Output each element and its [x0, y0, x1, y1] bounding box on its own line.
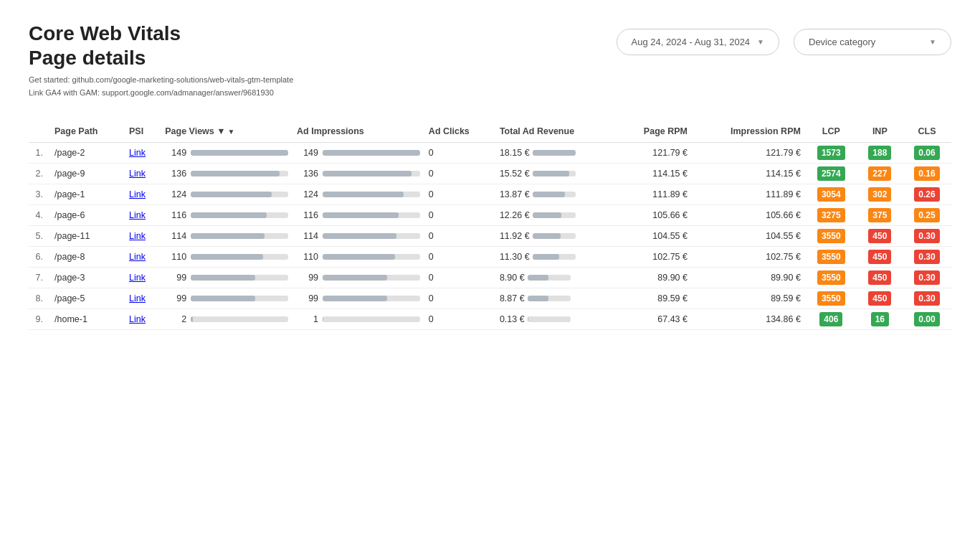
row-page-rpm: 89.90 €	[617, 268, 692, 288]
row-inp: 450	[857, 288, 903, 309]
col-page-rpm: Page RPM	[617, 121, 692, 143]
row-page-rpm: 67.43 €	[617, 309, 692, 330]
table-row: 8. /page-5 Link 99 99 0 8.87 € 89.59 € 8…	[29, 288, 951, 309]
row-page-views: 149	[161, 143, 292, 164]
row-cls: 0.16	[903, 164, 951, 184]
data-table: Page Path PSI Page Views ▼ Ad Impression…	[29, 121, 951, 330]
row-cls: 0.30	[903, 268, 951, 288]
row-psi[interactable]: Link	[125, 309, 161, 330]
row-lcp: 406	[805, 309, 857, 330]
table-row: 1. /page-2 Link 149 149 0 18.15 € 121.79…	[29, 143, 951, 164]
col-total-revenue: Total Ad Revenue	[495, 121, 617, 143]
row-inp: 450	[857, 268, 903, 288]
row-total-revenue: 11.92 €	[495, 226, 617, 247]
row-inp: 227	[857, 164, 903, 184]
row-ad-clicks: 0	[424, 164, 495, 184]
row-psi[interactable]: Link	[125, 268, 161, 288]
table-row: 6. /page-8 Link 110 110 0 11.30 € 102.75…	[29, 247, 951, 268]
row-ad-clicks: 0	[424, 247, 495, 268]
device-filter-arrow-icon: ▼	[929, 38, 936, 46]
row-ad-impressions: 1	[292, 309, 424, 330]
row-page-views: 116	[161, 205, 292, 226]
row-ad-impressions: 99	[292, 288, 424, 309]
row-ad-clicks: 0	[424, 184, 495, 205]
row-psi[interactable]: Link	[125, 288, 161, 309]
col-lcp: LCP	[805, 121, 857, 143]
row-imp-rpm: 121.79 €	[692, 143, 805, 164]
row-inp: 302	[857, 184, 903, 205]
table-row: 9. /home-1 Link 2 1 0 0.13 € 67.43 € 134…	[29, 309, 951, 330]
row-ad-impressions: 110	[292, 247, 424, 268]
row-imp-rpm: 89.59 €	[692, 288, 805, 309]
row-cls: 0.26	[903, 184, 951, 205]
col-ad-impressions: Ad Impressions	[292, 121, 424, 143]
row-imp-rpm: 134.86 €	[692, 309, 805, 330]
row-page-views: 114	[161, 226, 292, 247]
row-path: /page-1	[50, 184, 125, 205]
row-total-revenue: 13.87 €	[495, 184, 617, 205]
col-ad-clicks: Ad Clicks	[424, 121, 495, 143]
row-lcp: 3550	[805, 288, 857, 309]
row-path: /page-6	[50, 205, 125, 226]
row-inp: 375	[857, 205, 903, 226]
row-total-revenue: 11.30 €	[495, 247, 617, 268]
row-page-rpm: 121.79 €	[617, 143, 692, 164]
date-filter[interactable]: Aug 24, 2024 - Aug 31, 2024 ▼	[617, 29, 779, 55]
row-ad-clicks: 0	[424, 143, 495, 164]
row-page-rpm: 102.75 €	[617, 247, 692, 268]
row-psi[interactable]: Link	[125, 226, 161, 247]
row-ad-clicks: 0	[424, 288, 495, 309]
row-ad-impressions: 114	[292, 226, 424, 247]
row-psi[interactable]: Link	[125, 164, 161, 184]
row-number: 1.	[29, 143, 50, 164]
row-lcp: 3275	[805, 205, 857, 226]
row-number: 3.	[29, 184, 50, 205]
row-ad-impressions: 99	[292, 268, 424, 288]
row-page-rpm: 89.59 €	[617, 288, 692, 309]
row-number: 5.	[29, 226, 50, 247]
row-path: /page-3	[50, 268, 125, 288]
date-filter-label: Aug 24, 2024 - Aug 31, 2024	[632, 37, 751, 47]
row-lcp: 2574	[805, 164, 857, 184]
col-cls: CLS	[903, 121, 951, 143]
device-filter-label: Device category	[809, 37, 875, 47]
row-cls: 0.06	[903, 143, 951, 164]
row-page-views: 136	[161, 164, 292, 184]
row-path: /page-2	[50, 143, 125, 164]
row-total-revenue: 8.90 €	[495, 268, 617, 288]
row-ad-impressions: 116	[292, 205, 424, 226]
row-total-revenue: 18.15 €	[495, 143, 617, 164]
row-cls: 0.30	[903, 288, 951, 309]
row-ad-impressions: 124	[292, 184, 424, 205]
row-page-views: 110	[161, 247, 292, 268]
device-filter[interactable]: Device category ▼	[794, 29, 951, 55]
table-row: 7. /page-3 Link 99 99 0 8.90 € 89.90 € 8…	[29, 268, 951, 288]
row-cls: 0.00	[903, 309, 951, 330]
row-psi[interactable]: Link	[125, 247, 161, 268]
row-cls: 0.25	[903, 205, 951, 226]
row-psi[interactable]: Link	[125, 205, 161, 226]
table-row: 3. /page-1 Link 124 124 0 13.87 € 111.89…	[29, 184, 951, 205]
row-number: 9.	[29, 309, 50, 330]
row-page-views: 124	[161, 184, 292, 205]
row-page-rpm: 114.15 €	[617, 164, 692, 184]
subtitle: Get started: github.com/google-marketing…	[29, 74, 293, 99]
row-total-revenue: 15.52 €	[495, 164, 617, 184]
row-psi[interactable]: Link	[125, 184, 161, 205]
row-number: 6.	[29, 247, 50, 268]
row-page-views: 99	[161, 288, 292, 309]
table-row: 4. /page-6 Link 116 116 0 12.26 € 105.66…	[29, 205, 951, 226]
row-psi[interactable]: Link	[125, 143, 161, 164]
row-imp-rpm: 89.90 €	[692, 268, 805, 288]
col-page-views[interactable]: Page Views ▼	[161, 121, 292, 143]
row-page-rpm: 104.55 €	[617, 226, 692, 247]
row-imp-rpm: 111.89 €	[692, 184, 805, 205]
row-lcp: 3054	[805, 184, 857, 205]
row-path: /home-1	[50, 309, 125, 330]
row-lcp: 1573	[805, 143, 857, 164]
row-page-rpm: 105.66 €	[617, 205, 692, 226]
col-page-path: Page Path	[50, 121, 125, 143]
row-ad-clicks: 0	[424, 309, 495, 330]
row-number: 7.	[29, 268, 50, 288]
row-inp: 16	[857, 309, 903, 330]
